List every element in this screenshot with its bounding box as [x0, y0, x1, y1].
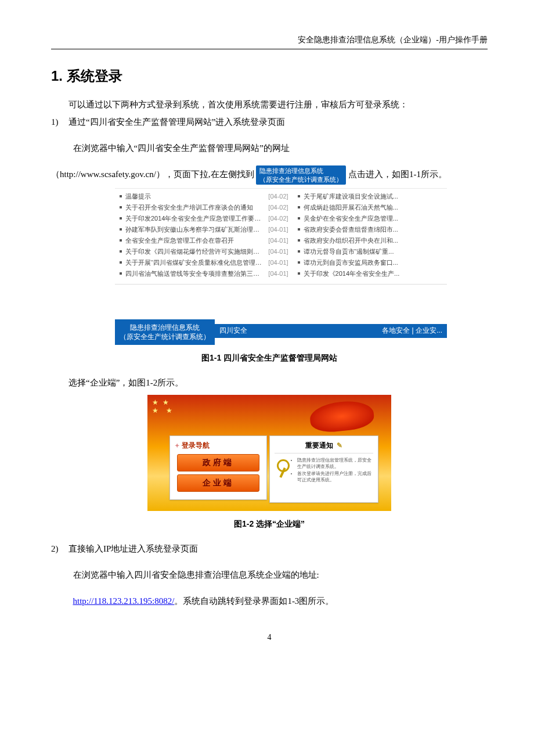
list-item[interactable]: 关于印发《2014年全省安全生产... — [298, 268, 442, 279]
figure-2-screenshot: ★ ★★ ★ ✦登录导航 政府端 企业端 重要通知✎ 隐患排查治理信息管理系统，… — [147, 395, 391, 511]
topbar-right-label[interactable]: 各地安全 | 企业安... — [382, 326, 442, 336]
url-paragraph: （http://www.scsafety.gov.cn/），页面下拉,在左侧找到… — [51, 165, 488, 185]
badge-line1: 隐患排查治理信息系统 — [259, 167, 323, 174]
list-item[interactable]: 谭功元到自贡市安监局政务窗口... — [298, 257, 442, 268]
government-side-button[interactable]: 政府端 — [177, 454, 259, 471]
system-link-badge-inline[interactable]: 隐患排查治理信息系统 （原安全生产统计调查系统） — [256, 165, 346, 185]
enterprise-url-link[interactable]: http://118.123.213.195:8082/ — [73, 596, 175, 606]
notice-panel: 重要通知✎ 隐患排查治理信息管理系统，原安全生产统计调查系统。 首次登录请先进行… — [269, 435, 378, 503]
list-item[interactable]: 省政府安办组织召开中央在川和... — [298, 235, 442, 246]
list-item[interactable]: 温馨提示[04-02] — [120, 191, 288, 202]
step-2-url-line: http://118.123.213.195:8082/。系统自动跳转到登录界面… — [73, 592, 488, 610]
login-nav-panel: ✦登录导航 政府端 企业端 — [169, 435, 267, 500]
intro-paragraph: 可以通过以下两种方式登录到系统，首次使用系统需要进行注册，审核后方可登录系统： — [51, 96, 488, 113]
figure-2-caption: 图1-2 选择“企业端” — [51, 519, 488, 530]
step-2-rest: 。系统自动跳转到登录界面如1-3图所示。 — [174, 596, 334, 606]
list-item[interactable]: 省政府安委会督查组督查绵阳市... — [298, 224, 442, 235]
news-left-column: 温馨提示[04-02] 关于召开全省安全生产培训工作座谈会的通知[04-02] … — [115, 189, 293, 282]
section-number: 1. — [51, 68, 63, 84]
step-1-line-2: 在浏览器中输入“四川省安全生产监督管理局网站”的网址 — [73, 139, 488, 157]
news-right-column: 关于尾矿库建设项目安全设施试... 何成炳赴德阳开展石油天然气输... 吴金炉在… — [293, 189, 447, 282]
list-item[interactable]: 关于印发2014年全省安全生产应急管理工作要点的...[04-02] — [120, 213, 288, 224]
list-item[interactable]: 谭功元督导自贡市“遏制煤矿重... — [298, 246, 442, 257]
list-item[interactable]: 吴金炉在全省安全生产应急管理... — [298, 213, 442, 224]
url-post-text: 点击进入，如图1-1所示。 — [348, 170, 447, 179]
step-1-number: 1) — [51, 113, 68, 131]
list-item[interactable]: 关于召开全省安全生产培训工作座谈会的通知[04-02] — [120, 202, 288, 213]
system-link-badge[interactable]: 隐患排查治理信息系统 （原安全生产统计调查系统） — [115, 319, 215, 345]
key-icon — [275, 457, 288, 483]
list-item[interactable]: 孙建军率队到安徽山东考察学习煤矿瓦斯治理工作[04-01] — [120, 224, 288, 235]
ribbon-decoration — [309, 399, 376, 434]
figure-1-screenshot: 温馨提示[04-02] 关于召开全省安全生产培训工作座谈会的通知[04-02] … — [115, 188, 447, 345]
section-heading: 1. 系统登录 — [51, 67, 488, 85]
step-2-line-2: 在浏览器中输入四川省安全隐患排查治理信息系统企业端的地址: — [73, 566, 488, 584]
after-fig1-paragraph: 选择“企业端”，如图1-2所示。 — [51, 374, 488, 391]
list-item[interactable]: 关于尾矿库建设项目安全设施试... — [298, 191, 442, 202]
step-1-title: 通过“四川省安全生产监督管理局网站”进入系统登录页面 — [68, 117, 285, 127]
badge-line2: （原安全生产统计调查系统） — [259, 176, 342, 183]
step-2-number: 2) — [51, 540, 68, 557]
site-topbar: 四川安全 各地安全 | 企业安... — [215, 324, 447, 338]
stars-icon: ★ ★★ ★ — [152, 398, 174, 415]
step-2-heading: 2)直接输入IP地址进入系统登录页面 — [51, 540, 488, 557]
step-2-title: 直接输入IP地址进入系统登录页面 — [68, 544, 198, 553]
list-item[interactable]: 四川省油气输送管线等安全专项排查整治第三督查...[04-01] — [120, 268, 288, 279]
notice-text: 隐患排查治理信息管理系统，原安全生产统计调查系统。 首次登录请先进行用户注册，完… — [291, 457, 373, 483]
enterprise-side-button[interactable]: 企业端 — [177, 474, 259, 492]
notice-title: 重要通知✎ — [275, 441, 373, 453]
header-rule — [51, 49, 488, 49]
list-item[interactable]: 关于印发《四川省烟花爆竹经营许可实施细则》的...[04-01] — [120, 246, 288, 257]
topbar-left-label[interactable]: 四川安全 — [219, 326, 247, 336]
nav-panel-title: ✦登录导航 — [175, 441, 262, 451]
page-number: 4 — [51, 633, 488, 642]
url-pre-text: （http://www.scsafety.gov.cn/），页面下拉,在左侧找到 — [51, 170, 254, 179]
list-item[interactable]: 关于开展“四川省煤矿安全质量标准化信息管理系...[04-01] — [120, 257, 288, 268]
figure-1-caption: 图1-1 四川省安全生产监督管理局网站 — [51, 353, 488, 363]
list-item[interactable]: 何成炳赴德阳开展石油天然气输... — [298, 202, 442, 213]
section-title-text: 系统登录 — [67, 68, 122, 84]
list-item[interactable]: 全省安全生产应急管理工作会在蓉召开[04-01] — [120, 235, 288, 246]
running-head: 安全隐患排查治理信息系统（企业端）-用户操作手册 — [51, 35, 488, 45]
step-1-heading: 1)通过“四川省安全生产监督管理局网站”进入系统登录页面 — [51, 113, 488, 131]
